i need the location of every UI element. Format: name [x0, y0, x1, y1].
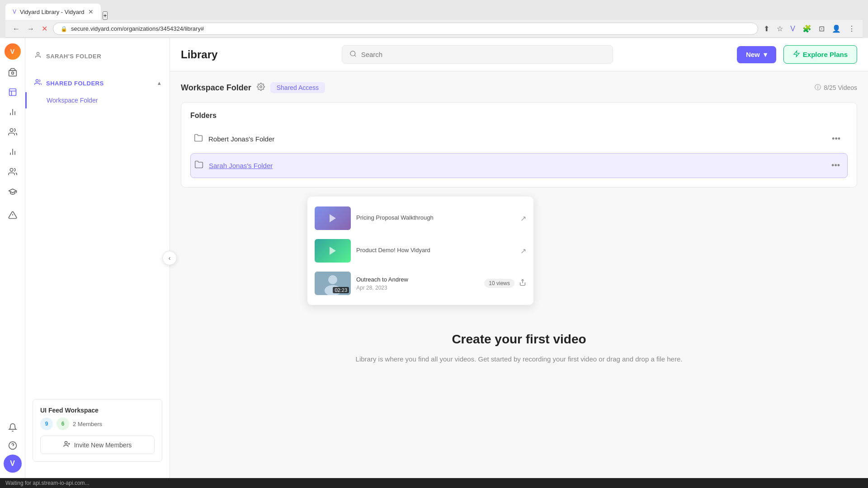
folder-icon-2 — [194, 160, 203, 171]
browser-actions: ⬆ ☆ V 🧩 ⊡ 👤 ⋮ — [762, 23, 857, 35]
views-badge-3: 10 views — [484, 279, 514, 288]
empty-state-description: Library is where you find all your video… — [190, 354, 848, 365]
video-info-2: Product Demo! How Vidyard — [356, 247, 515, 255]
avatar[interactable]: V — [5, 43, 21, 60]
videos-dropdown: Pricing Proposal Walkthrough ↗ Product D… — [307, 197, 533, 305]
folder-separator — [194, 152, 844, 152]
video-item-3[interactable]: 02:23 Outreach to Andrew Apr 28, 2023 10… — [307, 267, 533, 300]
search-bar[interactable] — [342, 45, 613, 64]
folder-more-button-1[interactable]: ••• — [828, 132, 844, 145]
video-share-button-3[interactable] — [519, 279, 526, 288]
split-button[interactable]: ⊡ — [817, 23, 826, 35]
search-icon — [349, 50, 357, 59]
sidebar-notifications-icon[interactable] — [4, 418, 22, 436]
video-item-2[interactable]: Product Demo! How Vidyard ↗ — [307, 235, 533, 267]
folder-name-1: Robert Jonas's Folder — [208, 135, 823, 143]
svg-point-12 — [37, 52, 39, 55]
workspace-folder-label: Workspace Folder — [47, 97, 98, 104]
video-share-button-1[interactable]: ↗ — [520, 214, 526, 223]
svg-line-18 — [354, 55, 356, 56]
forward-button[interactable]: → — [25, 23, 36, 35]
url-text: secure.vidyard.com/organizations/3454324… — [71, 25, 204, 32]
svg-point-1 — [11, 72, 14, 74]
workspace-card-stats: 9 6 2 Members — [40, 418, 155, 430]
invite-new-members-button[interactable]: Invite New Members — [40, 436, 155, 454]
svg-point-17 — [350, 51, 355, 56]
video-info-3: Outreach to Andrew Apr 28, 2023 — [356, 276, 479, 291]
explore-icon — [793, 50, 800, 59]
browser-toolbar: ← → ✕ 🔒 secure.vidyard.com/organizations… — [5, 20, 863, 38]
folders-section: Folders Robert Jonas's Folder ••• Sarah … — [181, 102, 857, 188]
workspace-card-title: UI Feed Workspace — [40, 407, 155, 414]
top-bar: Library New ▾ Explore Plans — [170, 38, 868, 71]
new-button[interactable]: New ▾ — [737, 46, 776, 63]
sidebar-team-icon[interactable] — [4, 163, 22, 181]
video-item-1[interactable]: Pricing Proposal Walkthrough ↗ — [307, 202, 533, 235]
sidebar-camera-icon[interactable] — [4, 63, 22, 81]
svg-point-7 — [10, 169, 13, 172]
reload-button[interactable]: ✕ — [40, 23, 49, 35]
content-area: Workspace Folder Shared Access ⓘ 8/25 Vi… — [170, 71, 868, 478]
back-button[interactable]: ← — [11, 23, 22, 35]
svg-marker-21 — [330, 214, 336, 222]
svg-marker-19 — [794, 51, 799, 56]
invite-button-label: Invite New Members — [74, 441, 132, 449]
shared-access-button[interactable]: Shared Access — [270, 82, 325, 93]
video-title-2: Product Demo! How Vidyard — [356, 247, 515, 253]
video-title-1: Pricing Proposal Walkthrough — [356, 214, 515, 221]
tab-title: Vidyard Library - Vidyard — [20, 9, 85, 15]
active-tab[interactable]: V Vidyard Library - Vidyard ✕ — [5, 4, 101, 20]
tab-close-button[interactable]: ✕ — [88, 8, 94, 15]
folder-settings-button[interactable] — [257, 83, 265, 93]
folder-header-title: Workspace Folder — [181, 83, 251, 93]
members-text: 2 Members — [73, 421, 102, 427]
person-add-icon — [63, 441, 71, 449]
empty-state: Create your first video Library is where… — [181, 305, 857, 392]
video-thumbnail-3: 02:23 — [315, 272, 351, 295]
video-share-button-2[interactable]: ↗ — [520, 247, 526, 255]
shared-folders-icon — [34, 79, 42, 88]
sidebar-help-icon[interactable] — [4, 436, 22, 455]
sidebar-analytics-icon[interactable] — [4, 103, 22, 121]
folder-name-2[interactable]: Sarah Jonas's Folder — [209, 162, 822, 169]
vidyard-extension[interactable]: V — [788, 23, 797, 35]
new-button-label: New — [746, 51, 760, 58]
folder-more-button-2[interactable]: ••• — [828, 159, 844, 172]
bookmark-button[interactable]: ☆ — [775, 23, 785, 35]
shared-folders-nav[interactable]: SHARED FOLDERS ▴ — [25, 74, 170, 92]
svg-point-20 — [259, 86, 262, 88]
empty-state-title: Create your first video — [190, 332, 848, 347]
sidebar-contacts-icon[interactable] — [4, 123, 22, 141]
video-title-3: Outreach to Andrew — [356, 276, 479, 283]
profile-button[interactable]: 👤 — [830, 23, 843, 35]
folder-item[interactable]: Robert Jonas's Folder ••• — [190, 127, 848, 151]
svg-point-13 — [36, 80, 38, 82]
explore-plans-button[interactable]: Explore Plans — [783, 45, 857, 64]
share-page-button[interactable]: ⬆ — [762, 23, 771, 35]
new-tab-button[interactable]: + — [103, 11, 108, 20]
extensions-button[interactable]: 🧩 — [801, 23, 813, 35]
main-content: Library New ▾ Explore Plans — [170, 38, 868, 478]
sidebar-library-icon[interactable] — [4, 83, 22, 101]
sidebar-reports-icon[interactable] — [4, 143, 22, 161]
selected-folder-item[interactable]: Sarah Jonas's Folder ••• — [190, 153, 848, 178]
left-nav: SARAH'S FOLDER SHARED FOLDERS ▴ Workspac… — [25, 38, 170, 478]
page-title: Library — [181, 48, 217, 61]
search-input[interactable] — [361, 51, 605, 58]
sidebar-integrations-icon[interactable] — [4, 206, 22, 224]
svg-point-14 — [65, 441, 67, 444]
collapse-nav-button[interactable]: ‹ — [162, 251, 177, 265]
sarahs-folder-nav[interactable]: SARAH'S FOLDER — [25, 47, 170, 65]
svg-rect-2 — [9, 89, 16, 96]
workspace-folder-nav-item[interactable]: Workspace Folder — [25, 92, 170, 108]
sidebar-courses-icon[interactable] — [4, 183, 22, 201]
address-bar[interactable]: 🔒 secure.vidyard.com/organizations/34543… — [53, 23, 758, 35]
folder-header: Workspace Folder Shared Access ⓘ 8/25 Vi… — [181, 82, 857, 93]
lock-icon: 🔒 — [61, 26, 67, 32]
video-thumbnail-1 — [315, 206, 351, 230]
sidebar-vidyard-logo[interactable]: V — [4, 455, 22, 473]
menu-button[interactable]: ⋮ — [846, 23, 857, 35]
svg-point-3 — [10, 129, 13, 132]
chevron-down-icon: ▾ — [764, 51, 767, 59]
shared-folders-label: SHARED FOLDERS — [46, 80, 104, 87]
